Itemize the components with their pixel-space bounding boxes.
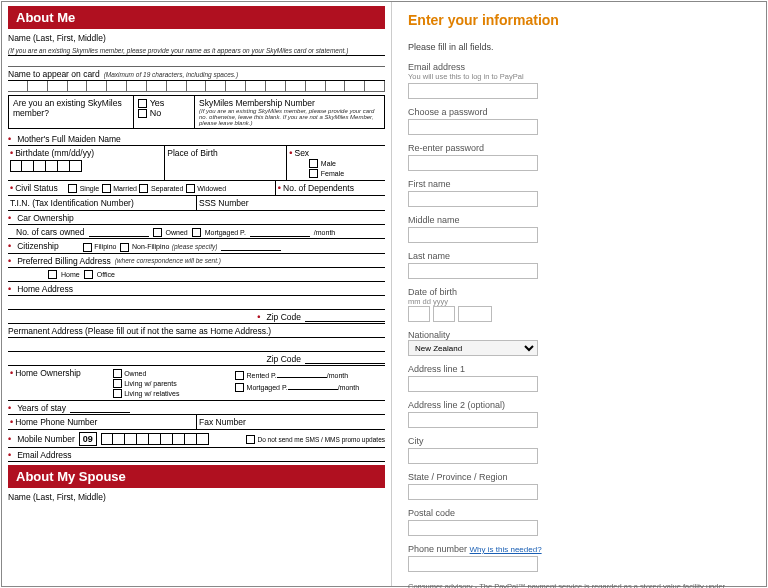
skymiles-no-checkbox[interactable] <box>138 109 147 118</box>
skymiles-yes-checkbox[interactable] <box>138 99 147 108</box>
billing-label: Preferred Billing Address <box>17 256 111 266</box>
name-hint: (If you are an existing Skymiles member,… <box>8 47 348 54</box>
city-label: City <box>408 436 750 446</box>
billing-office-checkbox[interactable] <box>84 270 93 279</box>
addr1-input[interactable] <box>408 376 538 392</box>
birthdate-label: Birthdate (mm/dd/yy) <box>15 148 94 158</box>
cars-owned-label: No. of cars owned <box>16 227 85 237</box>
mobile-prefix: 09 <box>79 432 97 446</box>
sex-male-checkbox[interactable] <box>309 159 318 168</box>
dob-label: Date of birth <box>408 287 750 297</box>
years-stay-label: Years of stay <box>17 403 66 413</box>
first-name-label: First name <box>408 179 750 189</box>
addr1-label: Address line 1 <box>408 364 750 374</box>
first-name-input[interactable] <box>408 191 538 207</box>
own-rented-checkbox[interactable] <box>235 371 244 380</box>
sss-label: SSS Number <box>199 198 249 208</box>
addr2-input[interactable] <box>408 412 538 428</box>
reenter-password-label: Re-enter password <box>408 143 750 153</box>
cars-owned-input[interactable] <box>89 227 149 237</box>
home-addr-line[interactable] <box>8 296 385 310</box>
email-sublabel: You will use this to log in to PayPal <box>408 72 750 81</box>
widowed-checkbox[interactable] <box>186 184 195 193</box>
nationality-select[interactable]: New Zealand <box>408 340 538 356</box>
form-title: Enter your information <box>408 12 750 28</box>
phone-input[interactable] <box>408 556 538 572</box>
dob-dd-input[interactable] <box>433 306 455 322</box>
consumer-advisory: Consumer advisory - The PayPal™ payment … <box>408 582 748 588</box>
zip-input-2[interactable] <box>305 354 385 364</box>
spouse-name-label: Name (Last, First, Middle) <box>8 492 106 502</box>
zip-label: Zip Code <box>267 312 302 322</box>
why-needed-link[interactable]: Why is this needed? <box>470 545 542 554</box>
state-input[interactable] <box>408 484 538 500</box>
fax-label: Fax Number <box>199 417 246 427</box>
password-input[interactable] <box>408 119 538 135</box>
mobile-boxes[interactable] <box>101 433 209 445</box>
dob-yyyy-input[interactable] <box>458 306 492 322</box>
own-owned-checkbox[interactable] <box>113 369 122 378</box>
postal-label: Postal code <box>408 508 750 518</box>
middle-name-input[interactable] <box>408 227 538 243</box>
years-stay-input[interactable] <box>70 403 130 413</box>
name-input-row[interactable] <box>8 56 385 67</box>
birthdate-boxes[interactable] <box>10 160 82 172</box>
car-label: Car Ownership <box>17 213 74 223</box>
filipino-checkbox[interactable] <box>83 243 92 252</box>
paypal-signup-form: Enter your information Please fill in al… <box>392 2 766 586</box>
card-name-label: Name to appear on card <box>8 69 100 79</box>
last-name-label: Last name <box>408 251 750 261</box>
single-checkbox[interactable] <box>68 184 77 193</box>
sex-female-checkbox[interactable] <box>309 169 318 178</box>
middle-name-label: Middle name <box>408 215 750 225</box>
card-name-hint: (Maximum of 19 characters, including spa… <box>104 71 238 78</box>
nonfilipino-checkbox[interactable] <box>120 243 129 252</box>
perm-addr-label: Permanent Address (Please fill out if no… <box>8 326 271 336</box>
place-birth-label: Place of Birth <box>167 148 218 158</box>
last-name-input[interactable] <box>408 263 538 279</box>
reenter-password-input[interactable] <box>408 155 538 171</box>
about-spouse-header: About My Spouse <box>8 465 385 488</box>
zip-label-2: Zip Code <box>267 354 302 364</box>
card-name-boxes[interactable] <box>8 81 385 92</box>
password-label: Choose a password <box>408 107 750 117</box>
email-label: Email Address <box>17 450 71 460</box>
nationality-label: Nationality <box>408 330 750 340</box>
married-checkbox[interactable] <box>102 184 111 193</box>
dob-hint: mm dd yyyy <box>408 297 750 306</box>
tin-label: T.I.N. (Tax Identification Number) <box>10 198 134 208</box>
state-label: State / Province / Region <box>408 472 750 482</box>
mobile-label: Mobile Number <box>17 434 75 444</box>
about-me-form: About Me Name (Last, First, Middle) (If … <box>2 2 392 586</box>
addr2-label: Address line 2 (optional) <box>408 400 750 410</box>
car-mortgaged-checkbox[interactable] <box>192 228 201 237</box>
car-owned-checkbox[interactable] <box>153 228 162 237</box>
perm-addr-line[interactable] <box>8 338 385 352</box>
own-relatives-checkbox[interactable] <box>113 389 122 398</box>
skymiles-question: Are you an existing SkyMiles member? <box>13 98 129 118</box>
billing-home-checkbox[interactable] <box>48 270 57 279</box>
sex-label: Sex <box>294 148 309 158</box>
home-own-label: Home Ownership <box>15 368 81 378</box>
own-mortgaged-checkbox[interactable] <box>235 383 244 392</box>
email-label: Email address <box>408 62 750 72</box>
name-label: Name (Last, First, Middle) <box>8 33 106 43</box>
mother-maiden-label: Mother's Full Maiden Name <box>17 134 121 144</box>
sms-opt-checkbox[interactable] <box>246 435 255 444</box>
postal-input[interactable] <box>408 520 538 536</box>
separated-checkbox[interactable] <box>139 184 148 193</box>
own-parents-checkbox[interactable] <box>113 379 122 388</box>
dependents-label: No. of Dependents <box>283 183 354 193</box>
dob-mm-input[interactable] <box>408 306 430 322</box>
zip-input[interactable] <box>305 312 385 322</box>
phone-label: Phone number Why is this needed? <box>408 544 750 554</box>
fill-all-hint: Please fill in all fields. <box>408 42 750 52</box>
city-input[interactable] <box>408 448 538 464</box>
skymiles-hint: (If you are an existing SkyMiles member,… <box>199 108 380 126</box>
citizenship-label: Citizenship <box>17 241 59 251</box>
about-me-header: About Me <box>8 6 385 29</box>
home-phone-label: Home Phone Number <box>15 417 97 427</box>
email-input[interactable] <box>408 83 538 99</box>
skymiles-num-label: SkyMiles Membership Number <box>199 98 380 108</box>
civil-label: Civil Status <box>15 183 58 193</box>
